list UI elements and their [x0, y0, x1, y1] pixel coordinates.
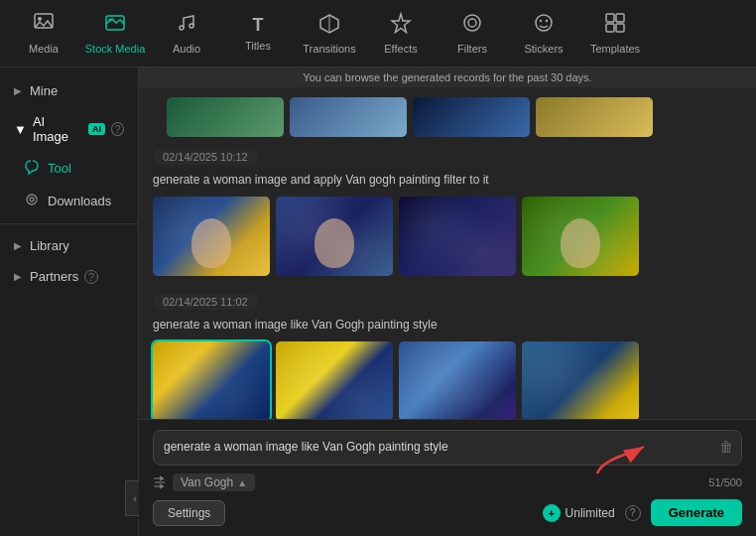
generate-button[interactable]: Generate: [651, 499, 742, 526]
nav-filters-label: Filters: [457, 43, 487, 55]
image-thumb-2-4[interactable]: [522, 341, 639, 419]
main-layout: ▶ Mine ▼ AI Image AI ? Tool Dow: [0, 67, 756, 536]
tool-icon: [24, 159, 40, 178]
partners-help-icon[interactable]: ?: [84, 270, 98, 284]
svg-point-9: [468, 19, 476, 27]
group-prompt-1: generate a woman image and apply Van gog…: [153, 172, 742, 189]
generate-help-icon[interactable]: ?: [625, 505, 641, 521]
prompt-text[interactable]: generate a woman image like Van Gogh pai…: [164, 439, 705, 456]
nav-effects[interactable]: Effects: [365, 4, 437, 64]
sidebar-mine-label: Mine: [30, 83, 58, 98]
image-thumb-1-2[interactable]: [276, 197, 393, 276]
svg-rect-16: [616, 24, 624, 32]
thumb-placeholder: [399, 197, 516, 276]
prompt-input-box: generate a woman image like Van Gogh pai…: [153, 430, 742, 466]
image-thumb-2-3[interactable]: [399, 341, 516, 419]
strip-thumb-1[interactable]: [167, 97, 284, 137]
titles-icon: T: [253, 15, 264, 36]
sidebar-item-tool[interactable]: Tool: [0, 152, 138, 185]
char-count: 51/500: [708, 476, 742, 488]
nav-stock-media[interactable]: Stock Media: [79, 4, 151, 64]
svg-point-1: [38, 17, 42, 21]
sidebar-divider: [0, 223, 138, 224]
prompt-area: generate a woman image like Van Gogh pai…: [139, 419, 756, 536]
image-thumb-1-1[interactable]: [153, 197, 270, 276]
nav-media[interactable]: Media: [8, 4, 79, 64]
shuffle-icon: [153, 475, 167, 489]
settings-button[interactable]: Settings: [153, 500, 225, 526]
style-tag-button[interactable]: Van Gogh ▲: [173, 473, 255, 491]
svg-point-12: [546, 20, 548, 22]
downloads-icon: [24, 192, 40, 210]
nav-stickers[interactable]: Stickers: [508, 4, 579, 64]
prompt-actions: Settings + Unlimited ? Generate: [153, 499, 742, 526]
svg-point-10: [536, 15, 552, 31]
thumb-placeholder: [153, 341, 270, 419]
thumb-placeholder: [522, 341, 639, 419]
nav-effects-label: Effects: [384, 43, 417, 55]
info-bar-text: You can browse the generated records for…: [303, 71, 591, 83]
sidebar-item-mine[interactable]: ▶ Mine: [0, 75, 138, 106]
nav-titles[interactable]: T Titles: [222, 4, 294, 64]
unlimited-button[interactable]: + Unlimited: [543, 504, 615, 522]
top-navigation: Media Stock Media Audio T Titles: [0, 0, 756, 67]
sidebar-downloads-label: Downloads: [48, 194, 111, 208]
clear-prompt-button[interactable]: 🗑: [719, 439, 733, 455]
svg-rect-14: [616, 14, 624, 22]
group-prompt-2: generate a woman image like Van Gogh pai…: [153, 317, 742, 334]
nav-templates[interactable]: Templates: [579, 4, 651, 64]
svg-point-3: [109, 19, 112, 22]
top-image-strip: [153, 97, 742, 147]
sidebar-item-partners[interactable]: ▶ Partners ?: [0, 261, 138, 292]
svg-point-17: [27, 195, 37, 204]
ai-badge: AI: [88, 123, 105, 135]
strip-thumb-4[interactable]: [536, 97, 653, 137]
image-thumb-1-3[interactable]: [399, 197, 516, 276]
nav-filters[interactable]: Filters: [437, 4, 508, 64]
time-label-1: 02/14/2025 10:12: [153, 149, 258, 165]
stickers-icon: [533, 12, 555, 39]
thumb-placeholder: [522, 197, 639, 276]
scroll-area[interactable]: 02/14/2025 10:12 generate a woman image …: [139, 87, 756, 419]
nav-transitions[interactable]: Transitions: [294, 4, 365, 64]
effects-icon: [390, 12, 412, 39]
sidebar-tool-label: Tool: [48, 161, 71, 176]
svg-point-5: [189, 24, 193, 28]
style-chevron-icon: ▲: [237, 477, 247, 488]
sidebar-item-ai-image[interactable]: ▼ AI Image AI ?: [0, 106, 138, 152]
info-bar: You can browse the generated records for…: [139, 67, 756, 87]
image-grid-2: [153, 341, 742, 419]
strip-thumb-3[interactable]: [413, 97, 530, 137]
thumb-placeholder: [276, 197, 393, 276]
nav-stickers-label: Stickers: [524, 43, 563, 55]
strip-thumb-2[interactable]: [290, 97, 407, 137]
partners-arrow-icon: ▶: [14, 271, 22, 282]
image-thumb-2-2[interactable]: [276, 341, 393, 419]
media-icon: [33, 12, 55, 39]
prompt-meta: Van Gogh ▲ 51/500: [153, 473, 742, 491]
unlimited-icon: +: [543, 504, 561, 522]
sidebar-item-library[interactable]: ▶ Library: [0, 230, 138, 261]
nav-transitions-label: Transitions: [303, 43, 355, 55]
image-thumb-1-4[interactable]: [522, 197, 639, 276]
nav-templates-label: Templates: [590, 43, 640, 55]
svg-rect-13: [606, 14, 614, 22]
audio-icon: [176, 12, 197, 39]
svg-rect-15: [606, 24, 614, 32]
sidebar-ai-image-label: AI Image: [33, 114, 80, 144]
nav-stock-media-label: Stock Media: [85, 43, 146, 55]
image-grid-1: [153, 197, 742, 276]
nav-audio-label: Audio: [173, 43, 200, 55]
nav-audio[interactable]: Audio: [151, 4, 222, 64]
svg-point-18: [30, 198, 34, 201]
unlimited-label: Unlimited: [566, 506, 615, 520]
sidebar: ▶ Mine ▼ AI Image AI ? Tool Dow: [0, 67, 139, 536]
image-group-1: 02/14/2025 10:12 generate a woman image …: [153, 147, 742, 276]
nav-media-label: Media: [29, 43, 59, 55]
sidebar-item-downloads[interactable]: Downloads: [0, 185, 138, 217]
ai-image-help-icon[interactable]: ?: [111, 122, 124, 136]
content-area: You can browse the generated records for…: [139, 67, 756, 536]
thumb-placeholder: [276, 341, 393, 419]
nav-titles-label: Titles: [245, 40, 271, 52]
image-thumb-2-1[interactable]: [153, 341, 270, 419]
